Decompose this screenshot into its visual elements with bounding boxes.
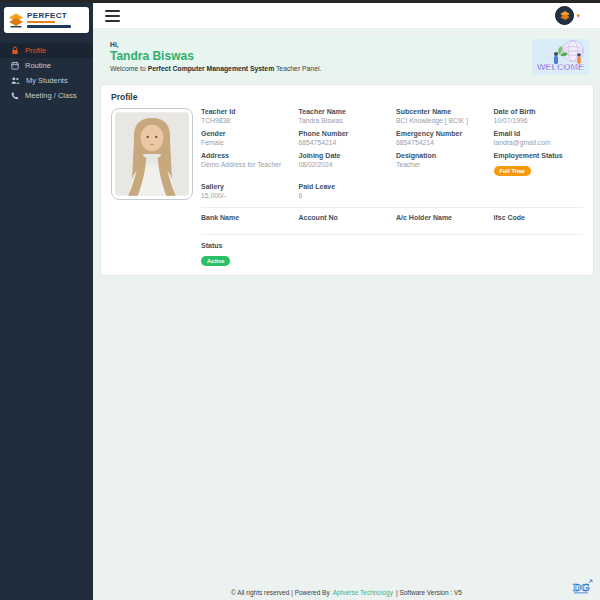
brand-diamond-icon xyxy=(559,10,571,21)
field-date-of-birth: Date of Birth 10/07/1996 xyxy=(494,108,584,124)
field-address: Address Demo Address for Teacher xyxy=(201,152,291,177)
user-name-text: Tandra Biswas xyxy=(110,49,584,63)
divider xyxy=(201,207,583,208)
version-text: | Software Version : V5 xyxy=(396,589,462,596)
users-icon xyxy=(11,76,20,85)
brand-logo[interactable]: PERFECT xyxy=(4,7,89,33)
system-name-text: Perfect Computer Management System xyxy=(148,65,275,72)
field-bank-name: Bank Name xyxy=(201,214,291,230)
profile-card-body: Teacher Id TCH9838 Teacher Name Tandra B… xyxy=(111,108,583,200)
sidebar-item-my-students[interactable]: My Students xyxy=(0,73,93,88)
field-ifsc-code: Ifsc Code xyxy=(494,214,584,230)
field-subcenter-name: Subcenter Name BCI Knowledge [ BCIK ] xyxy=(396,108,486,124)
welcome-message-suffix: Teacher Panel. xyxy=(274,65,321,72)
teacher-photo xyxy=(111,108,193,200)
welcome-message: Welcome to Perfect Computer Management S… xyxy=(110,65,584,72)
divider xyxy=(201,234,583,235)
vendor-link[interactable]: Aptverse Technology xyxy=(333,589,393,596)
field-phone-number: Phone Number 6854754214 xyxy=(299,130,389,146)
calendar-icon xyxy=(11,61,19,70)
sidebar-item-routine[interactable]: Routine xyxy=(0,58,93,73)
profile-card: Profile xyxy=(100,84,594,276)
greeting-text: Hi, xyxy=(110,41,584,48)
chevron-down-icon: ▾ xyxy=(576,12,580,20)
field-teacher-id: Teacher Id TCH9838 xyxy=(201,108,291,124)
field-account-no: Account No xyxy=(299,214,389,230)
field-ac-holder-name: A/c Holder Name xyxy=(396,214,486,230)
sidebar-menu: Profile Routine My Students xyxy=(0,43,93,103)
copyright-text: © All rights reserved | Powered By xyxy=(231,589,330,596)
top-border-strip xyxy=(0,0,600,3)
dg-watermark-logo[interactable]: DG xyxy=(572,579,594,595)
user-avatar-menu[interactable]: ▾ xyxy=(555,6,580,25)
active-status-badge: Active xyxy=(201,256,230,266)
welcome-word: WELCOME xyxy=(537,62,584,72)
sidebar-item-profile[interactable]: Profile xyxy=(0,43,93,58)
hamburger-menu-icon[interactable] xyxy=(105,10,120,22)
brand-diamond-icon xyxy=(8,13,24,28)
sidebar-item-label: My Students xyxy=(26,76,68,85)
avatar xyxy=(555,6,574,25)
brand-underline-bar xyxy=(27,25,71,28)
status-block: Status Active xyxy=(201,242,583,267)
sidebar-item-label: Routine xyxy=(25,61,51,70)
dg-logo-text: DG xyxy=(573,581,590,593)
welcome-banner: Hi, Tandra Biswas Welcome to Perfect Com… xyxy=(100,36,594,78)
main-content: Hi, Tandra Biswas Welcome to Perfect Com… xyxy=(93,29,600,600)
brand-text: PERFECT xyxy=(27,12,71,28)
lock-icon xyxy=(11,46,19,55)
field-designation: Designation Teacher xyxy=(396,152,486,177)
card-title: Profile xyxy=(111,92,583,102)
brand-name: PERFECT xyxy=(27,12,71,20)
field-email-id: Email Id tandra@gmail.com xyxy=(494,130,584,146)
field-sallery: Sallery 15,000/- xyxy=(201,183,291,199)
field-gender: Gender Female xyxy=(201,130,291,146)
phone-icon xyxy=(11,91,19,100)
status-label: Status xyxy=(201,242,583,249)
top-header: ▾ xyxy=(93,3,600,29)
field-paid-leave: Paid Leave 6 xyxy=(299,183,389,199)
full-time-badge: Full Time xyxy=(494,166,531,176)
field-emergency-number: Emergency Number 6854754214 xyxy=(396,130,486,146)
profile-fields-grid: Teacher Id TCH9838 Teacher Name Tandra B… xyxy=(201,108,583,200)
bank-details-row: Bank Name Account No A/c Holder Name Ifs… xyxy=(201,214,583,230)
sidebar-item-meeting-class[interactable]: Meeting / Class xyxy=(0,88,93,103)
welcome-message-prefix: Welcome to xyxy=(110,65,148,72)
brand-tagline-bar xyxy=(27,21,67,23)
sidebar: PERFECT Profile Routine xyxy=(0,3,93,600)
field-joining-date: Joining Date 08/02/2024 xyxy=(299,152,389,177)
field-teacher-name: Teacher Name Tandra Biswas xyxy=(299,108,389,124)
sidebar-item-label: Meeting / Class xyxy=(25,91,77,100)
field-employment-status: Employement Status Full Time xyxy=(494,152,584,177)
footer: © All rights reserved | Powered By Aptve… xyxy=(93,584,600,600)
welcome-illustration: WELCOME xyxy=(532,39,589,75)
sidebar-item-label: Profile xyxy=(25,46,46,55)
app-window: PERFECT Profile Routine xyxy=(0,0,600,600)
